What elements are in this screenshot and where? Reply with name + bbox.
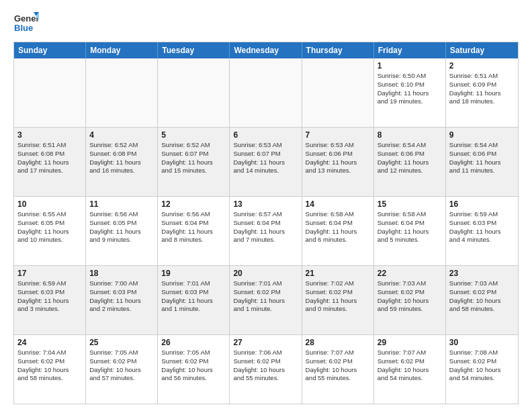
cell-info: Sunrise: 7:03 AMSunset: 6:02 PMDaylight:… (449, 279, 515, 314)
cal-cell: 1Sunrise: 6:50 AMSunset: 6:10 PMDaylight… (374, 58, 446, 127)
cal-week-4: 17Sunrise: 6:59 AMSunset: 6:03 PMDayligh… (14, 265, 518, 334)
day-number: 12 (161, 199, 226, 209)
cell-info: Sunrise: 6:54 AMSunset: 6:06 PMDaylight:… (378, 141, 442, 175)
cell-info: Sunrise: 6:51 AMSunset: 6:08 PMDaylight:… (17, 141, 82, 175)
cell-info: Sunrise: 6:57 AMSunset: 6:04 PMDaylight:… (233, 210, 298, 244)
day-number: 15 (378, 199, 442, 209)
day-number: 18 (89, 269, 154, 278)
day-number: 24 (17, 338, 82, 347)
cal-cell: 23Sunrise: 7:03 AMSunset: 6:02 PMDayligh… (446, 266, 518, 334)
cal-cell: 20Sunrise: 7:01 AMSunset: 6:02 PMDayligh… (230, 266, 302, 334)
day-number: 19 (161, 269, 226, 278)
cal-header-wednesday: Wednesday (230, 42, 302, 58)
cal-week-3: 10Sunrise: 6:55 AMSunset: 6:05 PMDayligh… (14, 196, 518, 265)
day-number: 30 (449, 338, 515, 347)
day-number: 2 (449, 61, 515, 71)
calendar-header: SundayMondayTuesdayWednesdayThursdayFrid… (14, 42, 518, 58)
cal-cell (86, 58, 158, 127)
cell-info: Sunrise: 7:05 AMSunset: 6:02 PMDaylight:… (161, 349, 226, 383)
cell-info: Sunrise: 6:59 AMSunset: 6:03 PMDaylight:… (17, 279, 82, 314)
cal-cell: 18Sunrise: 7:00 AMSunset: 6:03 PMDayligh… (86, 266, 158, 334)
day-number: 6 (233, 130, 298, 140)
cal-cell: 26Sunrise: 7:05 AMSunset: 6:02 PMDayligh… (158, 335, 230, 404)
cal-cell: 15Sunrise: 6:58 AMSunset: 6:04 PMDayligh… (374, 197, 446, 265)
cell-info: Sunrise: 7:07 AMSunset: 6:02 PMDaylight:… (306, 349, 370, 383)
cell-info: Sunrise: 6:50 AMSunset: 6:10 PMDaylight:… (378, 72, 442, 106)
day-number: 14 (306, 199, 370, 209)
cal-cell: 30Sunrise: 7:08 AMSunset: 6:02 PMDayligh… (446, 335, 518, 404)
cell-info: Sunrise: 7:02 AMSunset: 6:02 PMDaylight:… (306, 279, 370, 314)
cell-info: Sunrise: 6:52 AMSunset: 6:08 PMDaylight:… (89, 141, 154, 175)
cal-cell: 3Sunrise: 6:51 AMSunset: 6:08 PMDaylight… (14, 128, 86, 196)
cal-cell: 16Sunrise: 6:59 AMSunset: 6:03 PMDayligh… (446, 197, 518, 265)
cal-cell: 9Sunrise: 6:54 AMSunset: 6:06 PMDaylight… (446, 128, 518, 196)
page: General Blue SundayMondayTuesdayWednesda… (0, 0, 532, 411)
cal-cell: 6Sunrise: 6:53 AMSunset: 6:07 PMDaylight… (230, 128, 302, 196)
cell-info: Sunrise: 6:51 AMSunset: 6:09 PMDaylight:… (449, 72, 515, 106)
cal-week-1: 1Sunrise: 6:50 AMSunset: 6:10 PMDaylight… (14, 58, 518, 127)
cell-info: Sunrise: 6:58 AMSunset: 6:04 PMDaylight:… (306, 210, 370, 244)
day-number: 9 (449, 130, 515, 140)
day-number: 25 (89, 338, 154, 347)
cal-cell: 22Sunrise: 7:03 AMSunset: 6:02 PMDayligh… (374, 266, 446, 334)
logo: General Blue (13, 11, 39, 36)
cal-cell: 24Sunrise: 7:04 AMSunset: 6:02 PMDayligh… (14, 335, 86, 404)
day-number: 3 (17, 130, 82, 140)
cal-cell: 5Sunrise: 6:52 AMSunset: 6:07 PMDaylight… (158, 128, 230, 196)
cell-info: Sunrise: 7:01 AMSunset: 6:02 PMDaylight:… (233, 279, 298, 314)
cal-cell: 13Sunrise: 6:57 AMSunset: 6:04 PMDayligh… (230, 197, 302, 265)
day-number: 7 (306, 130, 370, 140)
day-number: 26 (161, 338, 226, 347)
day-number: 27 (233, 338, 298, 347)
day-number: 8 (378, 130, 442, 140)
cell-info: Sunrise: 7:04 AMSunset: 6:02 PMDaylight:… (17, 349, 82, 383)
day-number: 13 (233, 199, 298, 209)
day-number: 1 (378, 61, 442, 71)
cal-header-sunday: Sunday (14, 42, 86, 58)
cal-cell (14, 58, 86, 127)
cell-info: Sunrise: 7:00 AMSunset: 6:03 PMDaylight:… (89, 279, 154, 314)
cal-week-2: 3Sunrise: 6:51 AMSunset: 6:08 PMDaylight… (14, 127, 518, 196)
cell-info: Sunrise: 7:07 AMSunset: 6:02 PMDaylight:… (378, 349, 442, 383)
day-number: 5 (161, 130, 226, 140)
cal-cell: 4Sunrise: 6:52 AMSunset: 6:08 PMDaylight… (86, 128, 158, 196)
day-number: 11 (89, 199, 154, 209)
day-number: 10 (17, 199, 82, 209)
cell-info: Sunrise: 6:52 AMSunset: 6:07 PMDaylight:… (161, 141, 226, 175)
cell-info: Sunrise: 7:08 AMSunset: 6:02 PMDaylight:… (449, 349, 515, 383)
cal-cell (230, 58, 302, 127)
cal-header-saturday: Saturday (446, 42, 518, 58)
cal-cell (158, 58, 230, 127)
cal-cell: 14Sunrise: 6:58 AMSunset: 6:04 PMDayligh… (302, 197, 374, 265)
cell-info: Sunrise: 6:56 AMSunset: 6:04 PMDaylight:… (161, 210, 226, 244)
calendar: SundayMondayTuesdayWednesdayThursdayFrid… (13, 42, 519, 404)
cell-info: Sunrise: 6:59 AMSunset: 6:03 PMDaylight:… (449, 210, 515, 244)
cal-cell: 19Sunrise: 7:01 AMSunset: 6:03 PMDayligh… (158, 266, 230, 334)
day-number: 22 (378, 269, 442, 278)
cal-cell (302, 58, 374, 127)
cal-cell: 11Sunrise: 6:56 AMSunset: 6:05 PMDayligh… (86, 197, 158, 265)
cal-cell: 8Sunrise: 6:54 AMSunset: 6:06 PMDaylight… (374, 128, 446, 196)
header: General Blue (13, 11, 519, 36)
cal-cell: 2Sunrise: 6:51 AMSunset: 6:09 PMDaylight… (446, 58, 518, 127)
cal-header-thursday: Thursday (302, 42, 374, 58)
svg-text:Blue: Blue (14, 23, 33, 33)
cell-info: Sunrise: 6:53 AMSunset: 6:07 PMDaylight:… (233, 141, 298, 175)
day-number: 4 (89, 130, 154, 140)
day-number: 28 (306, 338, 370, 347)
cell-info: Sunrise: 6:53 AMSunset: 6:06 PMDaylight:… (306, 141, 370, 175)
cell-info: Sunrise: 6:56 AMSunset: 6:05 PMDaylight:… (89, 210, 154, 244)
cell-info: Sunrise: 7:05 AMSunset: 6:02 PMDaylight:… (89, 349, 154, 383)
day-number: 17 (17, 269, 82, 278)
cell-info: Sunrise: 7:03 AMSunset: 6:02 PMDaylight:… (378, 279, 442, 314)
cell-info: Sunrise: 6:58 AMSunset: 6:04 PMDaylight:… (378, 210, 442, 244)
cal-week-5: 24Sunrise: 7:04 AMSunset: 6:02 PMDayligh… (14, 334, 518, 404)
day-number: 29 (378, 338, 442, 347)
logo-svg: General Blue (13, 11, 39, 36)
svg-text:General: General (14, 13, 39, 24)
day-number: 23 (449, 269, 515, 278)
cal-cell: 25Sunrise: 7:05 AMSunset: 6:02 PMDayligh… (86, 335, 158, 404)
cal-cell: 29Sunrise: 7:07 AMSunset: 6:02 PMDayligh… (374, 335, 446, 404)
cal-cell: 12Sunrise: 6:56 AMSunset: 6:04 PMDayligh… (158, 197, 230, 265)
cell-info: Sunrise: 7:06 AMSunset: 6:02 PMDaylight:… (233, 349, 298, 383)
